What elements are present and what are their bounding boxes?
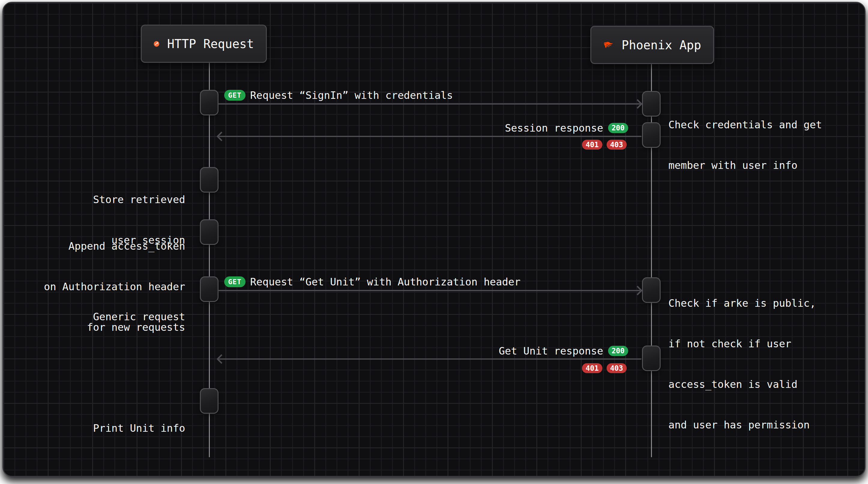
status-error-badges: 401 403 bbox=[582, 363, 627, 373]
request-arrow-get-unit bbox=[218, 290, 640, 291]
self-note-generic-request: Generic request bbox=[93, 283, 185, 351]
method-badge-get: GET bbox=[224, 90, 246, 101]
message-signin-request: GET Request “SignIn” with credentials bbox=[224, 89, 453, 101]
message-label: Get Unit response bbox=[499, 345, 603, 357]
message-get-unit-request: GET Request “Get Unit” with Authorizatio… bbox=[224, 276, 521, 288]
participant-http-request: HTTP Request bbox=[141, 25, 267, 63]
activation-block bbox=[642, 345, 661, 371]
arrowhead-left-icon bbox=[216, 132, 226, 142]
arrowhead-right-icon bbox=[633, 286, 643, 295]
arrowhead-right-icon bbox=[633, 99, 643, 109]
message-session-response: Session response 200 bbox=[505, 122, 628, 134]
status-error-badges: 401 403 bbox=[582, 140, 627, 150]
message-label: Request “SignIn” with credentials bbox=[250, 89, 453, 101]
status-badge-200: 200 bbox=[608, 346, 628, 356]
participant-label: HTTP Request bbox=[167, 37, 254, 51]
method-badge-get: GET bbox=[224, 276, 246, 287]
message-get-unit-response: Get Unit response 200 bbox=[499, 345, 628, 357]
request-arrow-signin bbox=[218, 103, 640, 105]
activation-block bbox=[200, 90, 218, 115]
status-badge-403: 403 bbox=[607, 140, 627, 150]
activation-block bbox=[642, 277, 661, 303]
activation-block bbox=[200, 388, 218, 414]
postman-icon bbox=[154, 36, 159, 52]
sequence-diagram-canvas: { "participants": [ { "label": "HTTP Req… bbox=[0, 0, 868, 484]
phoenix-icon bbox=[603, 36, 614, 54]
arrowhead-left-icon bbox=[216, 354, 226, 364]
activation-block bbox=[642, 122, 661, 148]
status-badge-401: 401 bbox=[582, 363, 602, 373]
note-check-credentials: Check credentials and get member with us… bbox=[669, 91, 822, 199]
self-note-print-unit: Print Unit info bbox=[93, 395, 185, 462]
status-badge-401: 401 bbox=[582, 140, 602, 150]
note-check-arke: Check if arke is public, if not check if… bbox=[669, 269, 816, 459]
activation-block bbox=[200, 219, 218, 245]
participant-label: Phoenix App bbox=[622, 38, 701, 52]
message-label: Request “Get Unit” with Authorization he… bbox=[250, 276, 521, 288]
response-arrow-session bbox=[219, 136, 641, 137]
response-arrow-get-unit bbox=[219, 359, 641, 360]
message-label: Session response bbox=[505, 122, 603, 134]
status-badge-200: 200 bbox=[608, 123, 628, 133]
status-badge-403: 403 bbox=[607, 363, 627, 373]
activation-block bbox=[642, 91, 661, 117]
participant-phoenix-app: Phoenix App bbox=[590, 26, 714, 64]
diagram-panel: HTTP Request Phoenix App GET Request “Si… bbox=[2, 2, 866, 477]
activation-block bbox=[200, 276, 218, 302]
activation-block bbox=[200, 167, 218, 193]
